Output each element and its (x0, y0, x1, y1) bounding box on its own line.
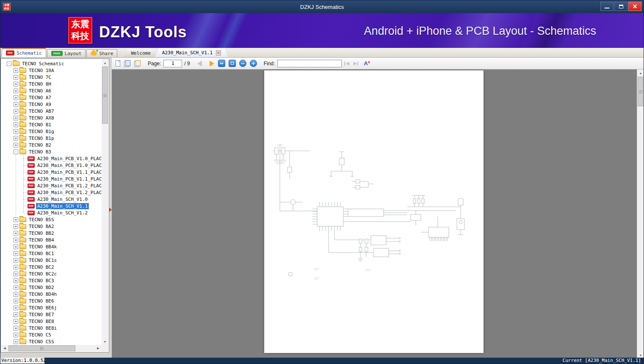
zoom-in-icon[interactable]: + (250, 60, 257, 67)
single-page-view-icon[interactable] (116, 60, 120, 67)
expand-toggle-icon[interactable]: + (14, 333, 18, 337)
expand-toggle-icon[interactable]: + (14, 258, 18, 263)
expand-toggle-icon[interactable]: + (14, 245, 18, 249)
match-case-icon[interactable]: Aa (364, 60, 370, 67)
expand-toggle-icon[interactable]: + (14, 306, 18, 310)
expand-toggle-icon[interactable]: + (14, 285, 18, 290)
tree-item-folder[interactable]: +TECNO BE7 (1, 311, 102, 318)
expand-toggle-icon[interactable]: + (14, 217, 18, 222)
expand-toggle-icon[interactable]: + (14, 251, 18, 256)
next-page-icon[interactable] (210, 61, 214, 67)
tree-item-folder[interactable]: +TECNO BE6j (1, 304, 102, 311)
collapse-toggle-icon[interactable]: - (14, 150, 18, 154)
tree-vertical-scrollbar[interactable]: ▲ ▼ (102, 59, 108, 345)
close-button[interactable]: × (628, 2, 641, 11)
tree-item-file[interactable]: PDFA230_Main_SCH_V1.0 (1, 196, 102, 203)
page-number-input[interactable] (163, 60, 182, 67)
expand-toggle-icon[interactable]: + (14, 136, 18, 141)
expand-toggle-icon[interactable]: + (14, 129, 18, 134)
tree-item-folder[interactable]: +TECNO BC1 (1, 250, 102, 257)
tree-item-folder[interactable]: +TECNO BC1s (1, 257, 102, 264)
tree-item-file[interactable]: PDFA230_Main_PCB_V1.2_PLACEM (1, 182, 102, 189)
tree-item-file[interactable]: PDFA230_Main_PCB_V1.1_PLACEM (1, 169, 102, 175)
scroll-up-icon[interactable]: ▲ (102, 59, 108, 66)
scroll-right-icon[interactable]: ▶ (95, 345, 102, 352)
expand-toggle-icon[interactable]: + (14, 292, 18, 297)
tree-item-file[interactable]: PDFA230_Main_PCB_V1.0_PLACEM (1, 162, 102, 169)
tab-close-icon[interactable]: ✕ (216, 50, 221, 56)
tree-root-item[interactable]: -TECNO Schematic (1, 60, 102, 67)
expand-toggle-icon[interactable]: + (14, 339, 18, 344)
doc-tab-welcome[interactable]: Welcome (124, 49, 157, 57)
expand-toggle-icon[interactable]: + (14, 95, 18, 100)
tree-item-file[interactable]: PDFA230_Main_PCB_V1.0_PLACEM (1, 155, 102, 162)
tree-item-folder[interactable]: +TECNO BB4 (1, 236, 102, 243)
minimize-button[interactable] (600, 2, 614, 11)
tree-item-folder[interactable]: +TECNO BB4k (1, 243, 102, 250)
tree-item-folder[interactable]: +TECNO B5S (1, 216, 102, 223)
tree-item-folder[interactable]: +TECNO 8H (1, 81, 102, 87)
expand-toggle-icon[interactable]: + (14, 265, 18, 270)
tree-item-folder[interactable]: +TECNO C5S (1, 338, 102, 345)
find-previous-icon[interactable]: ◀ (344, 61, 349, 66)
tree-item-folder[interactable]: +TECNO BE8i (1, 325, 102, 331)
expand-toggle-icon[interactable]: + (14, 231, 18, 236)
expand-toggle-icon[interactable]: + (14, 75, 18, 80)
tree-item-folder[interactable]: +TECNO 10A (1, 67, 102, 74)
tree-item-folder[interactable]: +TECNO AX8 (1, 114, 102, 121)
find-next-icon[interactable]: ▶ (354, 61, 359, 66)
tree-item-folder[interactable]: +TECNO A9 (1, 101, 102, 108)
tab-schematic[interactable]: PDF Schematic (2, 48, 46, 57)
tree-item-folder[interactable]: +TECNO A6 (1, 87, 102, 94)
tree-item-folder[interactable]: +TECNO A7 (1, 94, 102, 101)
expand-toggle-icon[interactable]: + (14, 278, 18, 283)
tree-item-folder[interactable]: -TECNO B3 (1, 148, 102, 155)
scroll-down-icon[interactable]: ▼ (102, 338, 108, 345)
expand-toggle-icon[interactable]: + (14, 102, 18, 107)
expand-toggle-icon[interactable]: + (14, 82, 18, 86)
fit-page-icon[interactable] (229, 60, 236, 67)
expand-toggle-icon[interactable]: + (14, 224, 18, 229)
scrollbar-thumb[interactable] (102, 67, 108, 124)
tree-item-folder[interactable]: +TECNO BC2c (1, 270, 102, 277)
tree-item-folder[interactable]: +TECNO BE6 (1, 297, 102, 304)
multi-page-view-icon[interactable] (134, 60, 141, 67)
zoom-out-icon[interactable]: − (239, 60, 246, 67)
tree-item-folder[interactable]: +TECNO B2 (1, 142, 102, 148)
tree-item-folder[interactable]: +TECNO AB7 (1, 108, 102, 114)
expand-toggle-icon[interactable]: + (14, 143, 18, 147)
tree-item-folder[interactable]: +TECNO BD4h (1, 291, 102, 297)
tree-item-folder[interactable]: +TECNO B1 (1, 121, 102, 128)
scrollbar-thumb[interactable] (638, 77, 643, 106)
scroll-left-icon[interactable]: ◀ (1, 345, 8, 352)
maximize-button[interactable] (614, 2, 627, 11)
document-vertical-scrollbar[interactable]: ▲ ▼ (637, 69, 644, 358)
expand-toggle-icon[interactable]: + (14, 299, 18, 303)
expand-toggle-icon[interactable]: + (14, 89, 18, 93)
tree-item-folder[interactable]: +TECNO BC3 (1, 277, 102, 284)
expand-toggle-icon[interactable]: + (14, 116, 18, 120)
expand-toggle-icon[interactable]: + (14, 68, 18, 73)
expand-toggle-icon[interactable]: + (14, 326, 18, 331)
tree-item-file[interactable]: PDFA230_Main_PCB_V1.2_PLACEM (1, 189, 102, 196)
previous-page-icon[interactable] (197, 61, 202, 67)
expand-toggle-icon[interactable]: + (14, 122, 18, 127)
expand-toggle-icon[interactable]: + (14, 238, 18, 242)
collapse-toggle-icon[interactable]: - (7, 61, 11, 66)
expand-toggle-icon[interactable]: + (14, 272, 18, 276)
tree-item-folder[interactable]: +TECNO B1g (1, 128, 102, 135)
scroll-up-icon[interactable]: ▲ (637, 69, 644, 76)
tab-share[interactable]: Share (86, 49, 117, 57)
tree-item-folder[interactable]: +TECNO BC2 (1, 264, 102, 270)
tab-layout[interactable]: PADS Layout (47, 49, 86, 57)
tree-item-folder[interactable]: +TECNO B1p (1, 135, 102, 142)
two-page-view-icon[interactable] (124, 60, 130, 67)
tree-horizontal-scrollbar[interactable]: ◀ ▶ (1, 345, 102, 352)
tree-item-file[interactable]: PDFA230_Main_SCH_V1.2 (1, 209, 102, 216)
doc-tab-current[interactable]: A230_Main_SCH_V1.1 ✕ (155, 48, 227, 57)
find-input[interactable] (277, 60, 342, 67)
tree-item-folder[interactable]: +TECNO BD2 (1, 284, 102, 291)
expand-toggle-icon[interactable]: + (14, 109, 18, 114)
expand-toggle-icon[interactable]: + (14, 312, 18, 317)
tree-item-file[interactable]: PDFA230_Main_PCB_V1.1_PLACEM (1, 175, 102, 182)
